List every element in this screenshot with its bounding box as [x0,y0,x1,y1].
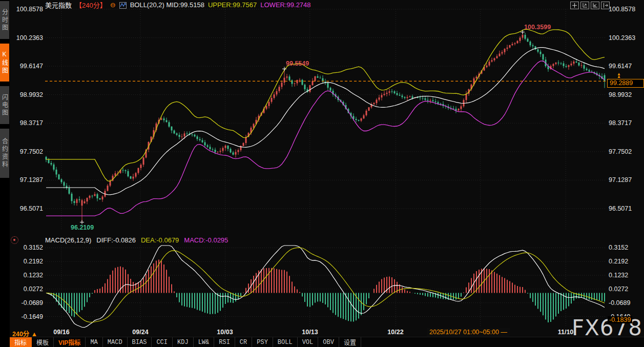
price-axis-label-left: 98.9932 [11,91,43,98]
macd-diff-value: DIFF:-0.0826 [96,236,136,244]
boll-indicator-icon [119,2,127,9]
toolbar-item-LW&[interactable]: LW& [194,337,215,347]
price-axis-label-left: 100.2363 [11,34,43,42]
macd-header: MACD(26,12,9) DIFF:-0.0826 DEA:-0.0679 M… [45,236,228,244]
toolbar-item-KDJ[interactable]: KDJ [173,337,194,347]
axis-zoom-out-icon[interactable] [591,2,599,9]
macd-layer [46,246,605,328]
x-axis-date-label: 10/13 [294,329,326,336]
price-axis-label-right: 97.1287 [609,176,632,183]
macd-axis-label-left: -0.1649 [11,313,43,320]
boll-upper-value: UPPER:99.7567 [208,1,257,9]
grid-layer [45,9,606,327]
toolbar-item-MA[interactable]: MA [86,337,102,347]
price-axis-label-right: 100.2363 [609,34,635,42]
toolbar-item-RSI[interactable]: RSI [214,337,235,347]
macd-axis-label-right: 0.0272 [609,285,628,293]
crosshair-datetime-readout: 2025/10/27 01:00~05:00 — [427,328,510,336]
price-axis-label-left: 99.6147 [11,63,43,70]
price-chart-canvas[interactable] [0,0,644,347]
macd-title: MACD(26,12,9) [45,236,91,244]
price-annotation: 96.2109 [71,224,94,231]
toolbar-item-设置[interactable]: 设置 [339,337,361,347]
price-axis-label-right: 99.6147 [609,63,632,70]
crosshair-icon[interactable] [570,2,579,9]
macd-axis-label-left: -0.0689 [11,299,43,307]
toolbar-item-模板[interactable]: 模板 [32,337,54,347]
price-axis-label-left: 100.8578 [11,6,43,13]
bollinger-bands [46,29,605,216]
toolbar-item-指标[interactable]: 指标 [10,337,32,347]
macd-axis-label-left: 0.0272 [11,285,43,293]
macd-value: MACD:-0.0295 [184,236,228,244]
macd-last-tag: -0.1839 [608,316,632,323]
sidebar-tab-2[interactable]: K线图 [0,44,9,81]
chart-header: 美元指数 【240分】 ⊖ BOLL(20,2) MID:99.5158 UPP… [45,1,311,9]
annotation-markers [80,30,525,224]
toolbar-item-VOL[interactable]: VOL [298,337,319,347]
price-annotation: 99.5549 [286,60,309,67]
price-axis-label-left: 96.5071 [11,205,43,212]
macd-axis-label-right: 0.1232 [609,272,628,279]
collapse-indicator-icon[interactable]: ⊖ [110,2,116,8]
period-tag[interactable]: 【240分】 [75,0,107,10]
macd-axis-label-left: 0.1232 [11,272,43,279]
boll-lower-value: LOWER:99.2748 [260,1,310,9]
toolbar-item-BOLL[interactable]: BOLL [273,337,298,347]
macd-axis-label-left: 0.3152 [11,244,43,251]
price-axis-label-right: 98.3717 [609,119,632,127]
exit-pane-icon[interactable] [601,2,610,9]
boll-mid-value: BOLL(20,2) MID:99.5158 [130,1,204,9]
chart-app: 分时图K线图闪电图合约资料 美元指数 【240分】 ⊖ BOLL(20,2) M… [0,0,644,347]
x-axis-date-label: 10/03 [209,329,241,336]
indicator-toolbar: 指标模板VIP指标MAMACDBIASCCIKDJLW&RSICRPSYBOLL… [10,337,644,347]
sidebar-tab-3[interactable]: 闪电图 [0,86,9,124]
macd-dea-value: DEA:-0.0679 [141,236,179,244]
price-axis-label-left: 98.3717 [11,119,43,127]
x-axis-date-label: 09/16 [45,329,78,336]
toolbar-item-VIP指标[interactable]: VIP指标 [54,337,86,347]
price-axis-label-left: 97.7502 [11,148,43,155]
macd-axis-label-left: 0.2192 [11,258,43,265]
candles-layer [46,32,606,222]
axis-zoom-in-icon[interactable] [580,2,589,9]
sidebar-tab-4[interactable]: 合约资料 [0,129,9,178]
x-axis-date-label: 09/24 [124,329,157,336]
price-annotation: 100.3599 [524,24,551,31]
price-axis-label-right: 96.5071 [609,205,632,212]
toolbar-item-OBV[interactable]: OBV [318,337,339,347]
toolbar-item-CCI[interactable]: CCI [152,337,173,347]
sidebar-tab-1[interactable]: 分时图 [0,1,9,39]
price-axis-label-right: 100.8578 [609,6,635,13]
price-axis-label-right: 97.7502 [609,148,632,155]
instrument-name: 美元指数 [45,0,72,10]
indicator-target-icon[interactable] [11,236,18,244]
toolbar-item-CR[interactable]: CR [235,337,252,347]
chart-tools [570,2,610,9]
macd-axis-label-right: 0.2192 [609,258,628,265]
toolbar-item-BIAS[interactable]: BIAS [128,337,152,347]
last-price-tag: 99.2889 [607,79,644,88]
macd-axis-label-right: -0.0689 [609,299,630,307]
price-axis-label-right: 98.9932 [609,91,632,98]
x-axis-date-label: 10/22 [379,329,412,336]
price-up-arrow-icon: ▲▲ [617,73,621,78]
toolbar-item-MACD[interactable]: MACD [103,337,128,347]
macd-axis-label-right: 0.3152 [609,244,628,251]
sidebar: 分时图K线图闪电图合约资料 [0,0,10,347]
price-axis-label-left: 97.1287 [11,176,43,183]
toolbar-item-PSY[interactable]: PSY [252,337,273,347]
